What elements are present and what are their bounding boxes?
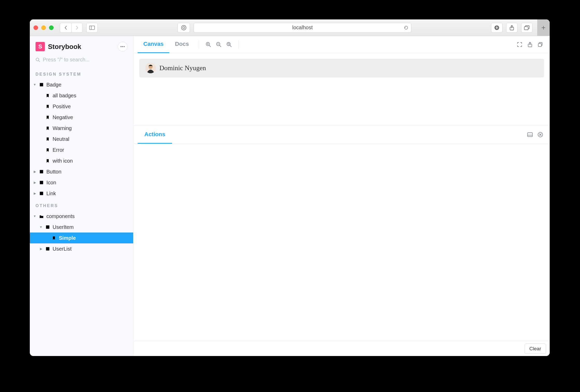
svg-rect-30 xyxy=(528,133,533,137)
story-icon xyxy=(45,137,51,141)
svg-rect-3 xyxy=(89,26,95,30)
panel-position-button[interactable] xyxy=(525,129,535,140)
copy-link-button[interactable] xyxy=(535,39,546,50)
svg-point-11 xyxy=(121,46,122,47)
tree-others: ▼ components ▼ UserItem ▶ Simple ▶ xyxy=(30,211,133,254)
share-button[interactable] xyxy=(506,23,518,33)
caret-right-icon: ▶ xyxy=(33,181,37,184)
caret-down-icon: ▼ xyxy=(33,214,37,218)
zoom-window-button[interactable] xyxy=(49,25,54,30)
brand: S Storybook xyxy=(36,42,81,51)
story-icon xyxy=(45,148,51,152)
svg-point-5 xyxy=(181,25,186,30)
sidebar-item-negative[interactable]: ▶ Negative xyxy=(30,112,133,123)
close-window-button[interactable] xyxy=(33,25,38,30)
search-input[interactable] xyxy=(43,57,128,63)
addons-tab-actions[interactable]: Actions xyxy=(138,126,172,144)
sidebar-item-link[interactable]: ▶ Link xyxy=(30,188,133,199)
zoom-out-button[interactable] xyxy=(214,39,224,50)
sidebar-item-warning[interactable]: ▶ Warning xyxy=(30,123,133,134)
caret-down-icon: ▼ xyxy=(39,225,43,229)
address-bar-text: localhost xyxy=(292,25,313,31)
svg-rect-10 xyxy=(524,27,528,30)
minimize-window-button[interactable] xyxy=(41,25,46,30)
forward-button[interactable] xyxy=(71,23,83,33)
sidebar-item-label: Error xyxy=(53,147,130,153)
close-panel-button[interactable] xyxy=(535,129,546,140)
sidebar-item-label: Badge xyxy=(46,82,130,88)
svg-point-6 xyxy=(183,27,185,29)
component-icon xyxy=(45,247,51,251)
new-tab-button[interactable]: + xyxy=(537,19,550,36)
address-bar[interactable]: localhost xyxy=(194,23,411,33)
safari-window: localhost + S Storybook xyxy=(30,19,550,356)
component-icon xyxy=(39,83,44,87)
user-name: Dominic Nyugen xyxy=(159,64,206,72)
back-button[interactable] xyxy=(60,23,71,33)
sidebar-item-positive[interactable]: ▶ Positive xyxy=(30,101,133,112)
story-icon xyxy=(45,104,51,109)
sidebar-item-badge[interactable]: ▼ Badge xyxy=(30,79,133,90)
svg-line-21 xyxy=(220,45,221,47)
clear-button[interactable]: Clear xyxy=(525,344,546,354)
brand-mark-icon: S xyxy=(36,42,45,51)
svg-rect-27 xyxy=(538,43,541,47)
avatar xyxy=(145,63,156,73)
tab-docs[interactable]: Docs xyxy=(169,36,195,53)
sidebar-toggle-button[interactable] xyxy=(86,23,98,33)
fullscreen-button[interactable] xyxy=(514,39,525,50)
svg-point-13 xyxy=(124,46,125,47)
downloads-button[interactable] xyxy=(491,23,503,33)
search-field[interactable] xyxy=(30,55,133,67)
component-icon xyxy=(39,180,44,185)
sidebar-item-icon[interactable]: ▶ Icon xyxy=(30,177,133,188)
sidebar-item-error[interactable]: ▶ Error xyxy=(30,144,133,155)
toolbar-separator xyxy=(199,40,199,49)
canvas-preview: Dominic Nyugen xyxy=(133,53,550,126)
svg-line-17 xyxy=(209,45,211,47)
component-icon xyxy=(45,225,51,229)
sidebar-item-with-icon[interactable]: ▶ with icon xyxy=(30,155,133,166)
sidebar-item-label: Warning xyxy=(53,125,130,131)
sidebar-item-label: Neutral xyxy=(53,136,130,142)
svg-point-12 xyxy=(122,46,123,47)
story-icon xyxy=(45,159,51,163)
sidebar-item-label: all badges xyxy=(53,93,130,99)
window-controls xyxy=(33,25,54,30)
story-icon xyxy=(45,115,51,120)
sidebar-item-all-badges[interactable]: ▶ all badges xyxy=(30,90,133,101)
sidebar-item-userlist[interactable]: ▶ UserList xyxy=(30,243,133,254)
tabs-button[interactable] xyxy=(521,23,533,33)
component-icon xyxy=(39,170,44,174)
folder-icon xyxy=(39,214,44,219)
sidebar-item-label: Positive xyxy=(53,104,130,110)
menu-button[interactable] xyxy=(118,42,128,52)
addons-footer: Clear xyxy=(133,341,550,356)
sidebar-item-button[interactable]: ▶ Button xyxy=(30,166,133,177)
sidebar-item-neutral[interactable]: ▶ Neutral xyxy=(30,134,133,144)
sidebar-item-label: Negative xyxy=(53,114,130,120)
storybook-app: S Storybook DESIGN SYSTEM ▼ Badg xyxy=(30,36,550,356)
story-icon xyxy=(45,93,51,98)
open-isolated-button[interactable] xyxy=(525,39,535,50)
sidebar-item-simple[interactable]: ▶ Simple xyxy=(30,233,133,243)
sidebar-item-label: Icon xyxy=(46,180,130,186)
sidebar-item-useritem[interactable]: ▼ UserItem xyxy=(30,222,133,233)
reload-icon[interactable] xyxy=(404,25,408,30)
sidebar-item-label: Simple xyxy=(59,235,130,241)
component-icon xyxy=(39,191,44,195)
toolbar-separator xyxy=(238,40,239,49)
zoom-in-button[interactable] xyxy=(203,39,214,50)
caret-right-icon: ▶ xyxy=(33,170,37,173)
sidebar-item-label: Link xyxy=(46,191,130,197)
sidebar-section-others: OTHERS xyxy=(30,199,133,211)
tab-canvas[interactable]: Canvas xyxy=(138,36,169,53)
actions-panel xyxy=(133,144,550,341)
svg-line-15 xyxy=(39,61,40,62)
main-panel: Canvas Docs xyxy=(133,36,550,356)
sidebar-item-components[interactable]: ▼ components xyxy=(30,211,133,222)
zoom-reset-button[interactable] xyxy=(224,39,234,50)
privacy-button[interactable] xyxy=(178,23,190,33)
browser-toolbar: localhost + xyxy=(30,19,550,36)
svg-point-14 xyxy=(36,58,39,61)
